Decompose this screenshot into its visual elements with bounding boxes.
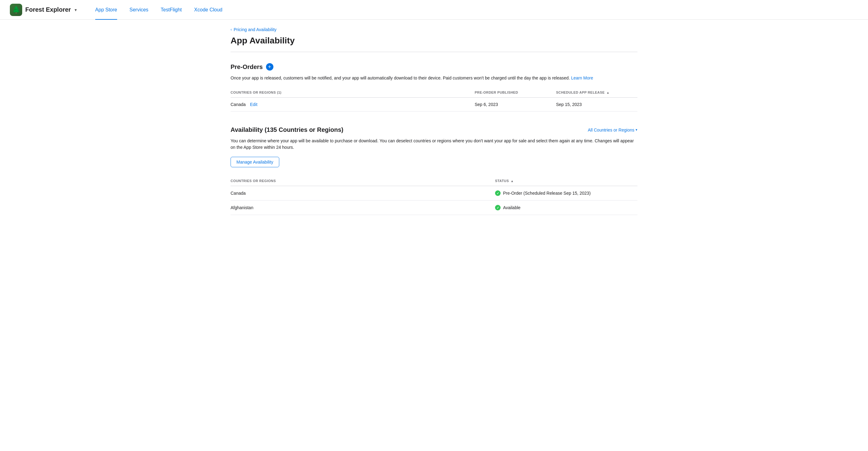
all-countries-chevron-icon: ▾ bbox=[636, 128, 638, 132]
preorders-table-header-row: COUNTRIES OR REGIONS (1) PRE-ORDER PUBLI… bbox=[230, 88, 638, 98]
preorders-col-scheduled: SCHEDULED APP RELEASE ▲ bbox=[556, 88, 638, 98]
preorders-row-country: Canada Edit bbox=[230, 98, 475, 111]
app-name-chevron-icon: ▾ bbox=[74, 7, 77, 12]
preorders-row-published: Sep 6, 2023 bbox=[475, 98, 556, 111]
availability-table-row: Canada Pre-Order (Scheduled Release Sep … bbox=[230, 186, 638, 200]
status-sort-icon: ▲ bbox=[511, 179, 514, 183]
availability-col-status: STATUS ▲ bbox=[495, 176, 638, 186]
availability-header-row: Availability (135 Countries or Regions) … bbox=[230, 126, 638, 133]
page-title: App Availability bbox=[230, 36, 638, 45]
status-check-icon bbox=[495, 205, 501, 211]
availability-description: You can determine where your app will be… bbox=[230, 138, 638, 151]
preorders-add-button[interactable]: + bbox=[266, 63, 273, 70]
preorders-table: COUNTRIES OR REGIONS (1) PRE-ORDER PUBLI… bbox=[230, 88, 638, 111]
all-countries-link[interactable]: All Countries or Regions ▾ bbox=[588, 128, 638, 132]
availability-row-1-status: Available bbox=[495, 200, 638, 215]
scheduled-sort-icon: ▲ bbox=[606, 91, 610, 94]
app-name: Forest Explorer bbox=[25, 6, 71, 13]
availability-col-country: COUNTRIES OR REGIONS bbox=[230, 176, 495, 186]
availability-row-1-country: Afghanistan bbox=[230, 200, 495, 215]
app-logo[interactable]: 🌲 Forest Explorer ▾ bbox=[10, 4, 77, 16]
nav-tab-app-store[interactable]: App Store bbox=[89, 0, 123, 20]
status-check-icon bbox=[495, 190, 501, 196]
preorders-title: Pre-Orders bbox=[230, 63, 263, 70]
title-divider bbox=[230, 52, 638, 52]
nav-tab-xcode-cloud[interactable]: Xcode Cloud bbox=[188, 0, 229, 20]
preorders-learn-more-link[interactable]: Learn More bbox=[571, 75, 593, 80]
preorders-row-scheduled: Sep 15, 2023 bbox=[556, 98, 638, 111]
manage-availability-button[interactable]: Manage Availability bbox=[230, 157, 279, 167]
preorders-table-row: Canada Edit Sep 6, 2023 Sep 15, 2023 bbox=[230, 98, 638, 111]
breadcrumb-label: Pricing and Availability bbox=[234, 27, 277, 32]
nav-tab-testflight[interactable]: TestFlight bbox=[154, 0, 188, 20]
preorders-section: Pre-Orders + Once your app is released, … bbox=[230, 63, 638, 111]
preorders-description: Once your app is released, customers wil… bbox=[230, 75, 638, 81]
availability-title: Availability (135 Countries or Regions) bbox=[230, 126, 343, 133]
availability-table-header-row: COUNTRIES OR REGIONS STATUS ▲ bbox=[230, 176, 638, 186]
availability-row-0-status: Pre-Order (Scheduled Release Sep 15, 202… bbox=[495, 186, 638, 200]
availability-section: Availability (135 Countries or Regions) … bbox=[230, 126, 638, 215]
main-nav: App Store Services TestFlight Xcode Clou… bbox=[89, 0, 229, 20]
app-icon: 🌲 bbox=[10, 4, 22, 16]
nav-tab-services[interactable]: Services bbox=[123, 0, 154, 20]
availability-table: COUNTRIES OR REGIONS STATUS ▲ Canada Pre… bbox=[230, 176, 638, 215]
availability-row-0-country: Canada bbox=[230, 186, 495, 200]
top-navigation: 🌲 Forest Explorer ▾ App Store Services T… bbox=[0, 0, 868, 20]
breadcrumb[interactable]: ‹ Pricing and Availability bbox=[230, 27, 638, 32]
breadcrumb-chevron-icon: ‹ bbox=[230, 27, 232, 32]
preorders-edit-link[interactable]: Edit bbox=[250, 102, 257, 107]
preorders-col-country: COUNTRIES OR REGIONS (1) bbox=[230, 88, 475, 98]
main-content: ‹ Pricing and Availability App Availabil… bbox=[218, 20, 650, 233]
availability-table-row: Afghanistan Available bbox=[230, 200, 638, 215]
preorders-col-published: PRE-ORDER PUBLISHED bbox=[475, 88, 556, 98]
preorders-header: Pre-Orders + bbox=[230, 63, 638, 70]
